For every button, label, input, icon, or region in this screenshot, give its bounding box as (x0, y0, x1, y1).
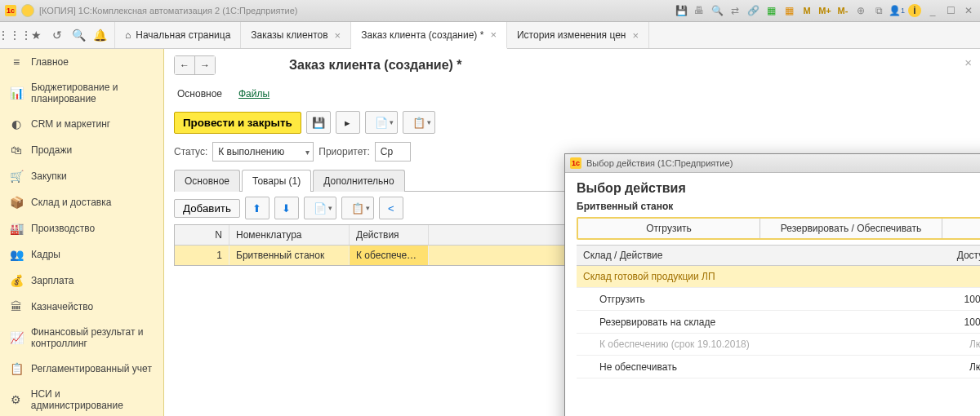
tab-close-icon[interactable]: × (490, 29, 497, 41)
home-icon: ⌂ (125, 29, 131, 41)
zoom-in-icon[interactable]: ⊕ (854, 4, 867, 17)
apps-icon[interactable]: ⋮⋮⋮ (8, 29, 21, 42)
action-filter-segment: Отгрузить Резервировать / Обеспечивать В… (577, 217, 980, 240)
memory-m-plus[interactable]: M+ (818, 4, 831, 17)
gear-icon: ⚙ (10, 393, 23, 406)
status-combo[interactable]: К выполнению▾ (212, 142, 314, 162)
sidebar-item-hr[interactable]: 👥Кадры (0, 241, 163, 268)
cell-n: 1 (175, 246, 229, 265)
reports-button[interactable]: 📄 (365, 111, 398, 134)
menu-icon: ≡ (10, 55, 23, 69)
bank-icon: 🏛 (10, 300, 23, 313)
add-row-button[interactable]: Добавить (174, 199, 240, 218)
minimize-icon[interactable]: _ (926, 4, 939, 17)
doc-tab-main[interactable]: Основное (174, 170, 240, 192)
tab-home[interactable]: ⌂ Начальная страница (115, 22, 241, 48)
seg-all[interactable]: Все действия (942, 219, 980, 238)
post-close-button[interactable]: Провести и закрыть (174, 112, 301, 134)
app-logo-icon: 1c (5, 5, 16, 16)
sidebar-item-regulated[interactable]: 📋Регламентированный учет (0, 356, 163, 382)
search-icon[interactable]: 🔍 (72, 29, 85, 42)
calc-icon[interactable]: ▦ (782, 4, 795, 17)
seg-ship[interactable]: Отгрузить (578, 219, 760, 238)
tab-price-history[interactable]: История изменения цен × (507, 22, 649, 48)
print-icon[interactable]: 🖶 (693, 4, 706, 17)
doc-tab-extra[interactable]: Дополнительно (313, 170, 404, 192)
priority-combo[interactable]: Ср (375, 142, 411, 162)
dialog-title: Выбор действия (577, 181, 980, 196)
row-label: Резервировать на складе (577, 316, 887, 328)
sidebar-label: Склад и доставка (31, 197, 111, 208)
info-icon[interactable]: i (908, 4, 921, 17)
col-available[interactable]: Доступно (887, 250, 980, 261)
sidebar-item-sales[interactable]: 🛍Продажи (0, 137, 163, 163)
history-icon[interactable]: ↺ (51, 29, 64, 42)
subtab-main[interactable]: Основное (176, 85, 224, 103)
paste-button[interactable]: 📋 (341, 197, 374, 219)
share-button[interactable]: < (379, 197, 403, 219)
move-up-button[interactable]: ⬆ (245, 197, 270, 219)
compare-icon[interactable]: ⇄ (728, 4, 742, 17)
status-label: Статус: (174, 146, 207, 157)
save-button[interactable]: 💾 (306, 111, 331, 134)
col-nomenclature[interactable]: Номенклатура (229, 225, 350, 245)
action-row[interactable]: Не обеспечиватьЛюбое➧ (577, 356, 980, 378)
sidebar-item-crm[interactable]: ◐CRM и маркетинг (0, 111, 163, 137)
sidebar-item-main[interactable]: ≡Главное (0, 49, 163, 75)
create-based-button[interactable]: 📋 (403, 111, 435, 134)
save-icon[interactable]: 💾 (675, 4, 688, 17)
action-row[interactable]: Отгрузить100,000➧ (577, 288, 980, 311)
memory-m[interactable]: M (800, 4, 813, 17)
col-actions[interactable]: Действия (350, 225, 429, 245)
windows-icon[interactable]: ⧉ (872, 4, 885, 17)
link-icon[interactable]: 🔗 (746, 4, 760, 17)
sidebar-label: Зарплата (31, 275, 74, 286)
copy-button[interactable]: 📄 (304, 197, 336, 219)
nav-buttons: ← → (174, 55, 216, 75)
sidebar-item-finance[interactable]: 📈Финансовый результат и контроллинг (0, 320, 163, 356)
sidebar-item-budget[interactable]: 📊Бюджетирование и планирование (0, 75, 163, 111)
row-available: Любое (887, 361, 980, 373)
sidebar-item-salary[interactable]: 💰Зарплата (0, 268, 163, 294)
post-button[interactable]: ▸ (336, 111, 360, 134)
sidebar-item-warehouse[interactable]: 📦Склад и доставка (0, 189, 163, 215)
page-close-icon[interactable]: × (964, 55, 972, 69)
config-icon (21, 4, 34, 17)
tab-close-icon[interactable]: × (632, 29, 639, 42)
calendar-icon[interactable]: ▦ (764, 4, 777, 17)
money-icon: 💰 (10, 274, 23, 287)
sidebar-item-purchases[interactable]: 🛒Закупки (0, 163, 163, 189)
tab-label: История изменения цен (517, 29, 626, 41)
user-icon[interactable]: 👤1 (890, 4, 903, 17)
sidebar-label: Закупки (31, 170, 67, 182)
factory-icon: 🏭 (10, 222, 23, 235)
star-icon[interactable]: ★ (29, 29, 42, 42)
subtab-files[interactable]: Файлы (237, 85, 271, 103)
memory-m-minus[interactable]: M- (836, 4, 849, 17)
col-n[interactable]: N (175, 225, 229, 245)
row-label: Склад готовой продукции ЛП (577, 271, 887, 282)
sidebar-item-production[interactable]: 🏭Производство (0, 215, 163, 241)
tab-orders[interactable]: Заказы клиентов × (241, 22, 351, 48)
col-warehouse-action[interactable]: Склад / Действие (577, 250, 887, 261)
preview-icon[interactable]: 🔍 (710, 4, 724, 17)
tab-label: Заказ клиента (создание) * (361, 29, 483, 41)
cell-action: К обеспече… (350, 246, 429, 265)
action-row[interactable]: Резервировать на складе100,000➧ (577, 311, 980, 334)
nav-sidebar: ≡Главное 📊Бюджетирование и планирование … (0, 49, 164, 416)
dialog-window-title: Выбор действия (1С:Предприятие) (586, 158, 980, 168)
seg-reserve[interactable]: Резервировать / Обеспечивать (760, 219, 942, 238)
doc-tab-goods[interactable]: Товары (1) (242, 170, 311, 192)
bell-icon[interactable]: 🔔 (93, 29, 106, 42)
sidebar-label: НСИ и администрирование (31, 388, 154, 411)
tab-home-label: Начальная страница (136, 29, 230, 41)
move-down-button[interactable]: ⬇ (274, 197, 299, 219)
back-button[interactable]: ← (175, 56, 195, 74)
tab-close-icon[interactable]: × (335, 29, 341, 42)
close-icon[interactable]: ✕ (962, 4, 975, 17)
tab-order-create[interactable]: Заказ клиента (создание) * × (351, 22, 507, 49)
sidebar-item-admin[interactable]: ⚙НСИ и администрирование (0, 382, 163, 416)
maximize-icon[interactable]: ☐ (944, 4, 957, 17)
forward-button[interactable]: → (195, 56, 215, 74)
sidebar-item-treasury[interactable]: 🏛Казначейство (0, 294, 163, 320)
